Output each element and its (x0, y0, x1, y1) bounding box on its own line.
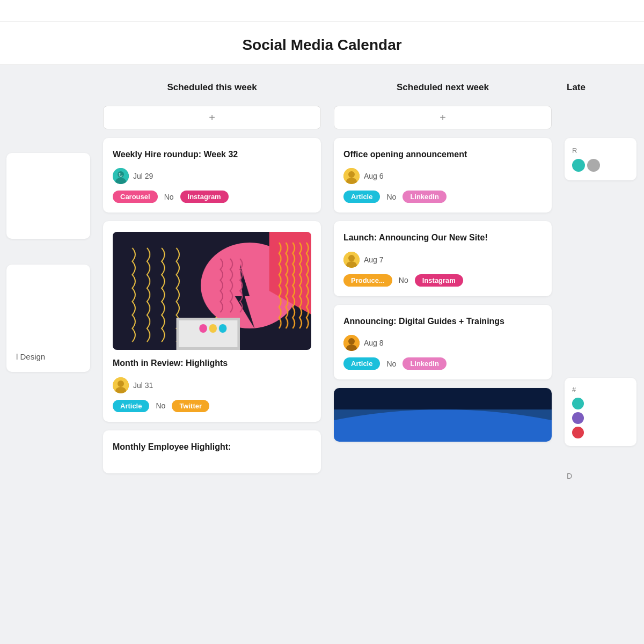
card-next-partial-image (334, 388, 552, 442)
card-month-review-canvas (113, 232, 311, 350)
card-next-partial-canvas (334, 388, 552, 442)
card-office-opening-meta: Aug 6 (343, 168, 542, 184)
column-left-partial: l Design (0, 82, 97, 480)
tag-article-4[interactable]: Article (343, 191, 380, 203)
right-partial-avatars-2 (572, 398, 629, 438)
right-partial-label-1: R (572, 147, 629, 155)
card-digital-guides-avatar (343, 335, 360, 351)
card-month-review-meta: Jul 31 (113, 377, 311, 393)
column-right-partial: Late R # (558, 82, 643, 480)
right-partial-label-2: # (572, 385, 629, 393)
column-next-week: Scheduled next week + Office opening ann… (327, 82, 558, 480)
partial-card-left-2: l Design (6, 265, 90, 372)
card-weekly-hire-avatar (113, 168, 129, 184)
card-month-review-date: Jul 31 (133, 381, 153, 390)
svg-point-1 (118, 171, 124, 178)
card-digital-guides-date: Aug 8 (364, 339, 384, 347)
card-office-opening-title: Office opening announcement (343, 149, 542, 160)
card-office-opening-tags: Article No LinkedIn (343, 191, 542, 203)
top-bar (0, 0, 644, 21)
hash-row-2 (572, 412, 629, 424)
tag-no-5: No (397, 276, 411, 284)
card-launch-site: Launch: Announcing Our New Site! Aug 7 P… (334, 221, 552, 296)
tag-instagram-1[interactable]: Instagram (180, 191, 229, 203)
svg-point-8 (348, 171, 355, 178)
avatar-green-2 (572, 398, 584, 409)
add-card-this-week-button[interactable]: + (103, 106, 321, 129)
card-launch-site-meta: Aug 7 (343, 252, 542, 268)
card-digital-guides: Announcing: Digital Guides + Trainings A… (334, 305, 552, 379)
card-office-opening-date: Aug 6 (364, 172, 384, 180)
tag-no-6: No (384, 360, 398, 368)
tag-linkedin-4[interactable]: LinkedIn (402, 191, 446, 203)
card-weekly-hire-date: Jul 29 (133, 172, 153, 180)
tag-article-6[interactable]: Article (343, 357, 380, 370)
column-this-week: Scheduled this week + Weekly Hire roundu… (97, 82, 327, 480)
card-month-review-tags: Article No Twitter (113, 400, 311, 412)
card-office-opening-avatar (343, 168, 360, 184)
tag-no-4: No (384, 193, 398, 201)
card-weekly-hire-tags: Carousel No Instagram (113, 191, 311, 203)
right-partial-card-1: R (565, 138, 636, 180)
card-launch-site-tags: Produce... No Instagram (343, 274, 542, 287)
card-weekly-hire: Weekly Hire roundup: Week 32 Jul 29 Caro… (103, 138, 321, 213)
tag-article-2[interactable]: Article (113, 400, 149, 412)
svg-point-11 (348, 255, 355, 261)
page-title: Social Media Calendar (0, 36, 644, 54)
avatar-green-1 (572, 159, 585, 172)
plus-icon-2: + (440, 112, 446, 124)
partial-card-left-2-label: l Design (16, 352, 80, 361)
right-bottom-label: D (565, 472, 636, 480)
avatar-red-2 (572, 427, 584, 438)
board-area: l Design Scheduled this week + Weekly Hi… (0, 65, 644, 480)
card-month-review-avatar (113, 377, 129, 393)
card-monthly-employee-partial: Monthly Employee Highlight: (103, 430, 321, 473)
tag-no-1: No (162, 193, 176, 201)
card-office-opening: Office opening announcement Aug 6 Articl… (334, 138, 552, 213)
card-launch-site-date: Aug 7 (364, 255, 384, 264)
column-this-week-header: Scheduled this week (103, 82, 321, 97)
partial-card-left-1 (6, 153, 90, 239)
right-partial-avatars-1 (572, 159, 629, 172)
tag-produce-5[interactable]: Produce... (343, 274, 392, 287)
card-digital-guides-title: Announcing: Digital Guides + Trainings (343, 316, 542, 327)
column-right-partial-header: Late (565, 82, 636, 97)
tag-twitter-2[interactable]: Twitter (172, 400, 209, 412)
tag-linkedin-6[interactable]: LinkedIn (402, 357, 446, 370)
right-partial-card-2: # (565, 378, 636, 446)
tag-no-2: No (153, 401, 167, 410)
column-next-week-header: Scheduled next week (334, 82, 552, 97)
card-launch-site-avatar (343, 252, 360, 268)
tag-carousel[interactable]: Carousel (113, 191, 158, 203)
hash-row-3 (572, 427, 629, 438)
add-card-next-week-button[interactable]: + (334, 106, 552, 129)
avatar-gray-1 (587, 159, 600, 172)
tag-instagram-5[interactable]: Instagram (415, 274, 463, 287)
svg-point-14 (348, 338, 355, 345)
card-month-review-image (113, 232, 311, 350)
card-month-review: Month in Review: Highlights Jul 31 Artic… (103, 221, 321, 421)
hash-row-1 (572, 398, 629, 409)
card-launch-site-title: Launch: Announcing Our New Site! (343, 232, 542, 244)
card-weekly-hire-title: Weekly Hire roundup: Week 32 (113, 149, 311, 160)
card-weekly-hire-meta: Jul 29 (113, 168, 311, 184)
card-digital-guides-tags: Article No LinkedIn (343, 357, 542, 370)
svg-point-3 (119, 173, 121, 175)
plus-icon: + (209, 112, 215, 124)
card-month-review-title: Month in Review: Highlights (113, 357, 311, 369)
card-monthly-employee-title: Monthly Employee Highlight: (113, 441, 311, 453)
card-digital-guides-meta: Aug 8 (343, 335, 542, 351)
page-title-area: Social Media Calendar (0, 21, 644, 65)
avatar-purple-2 (572, 412, 584, 424)
svg-point-5 (118, 380, 124, 387)
